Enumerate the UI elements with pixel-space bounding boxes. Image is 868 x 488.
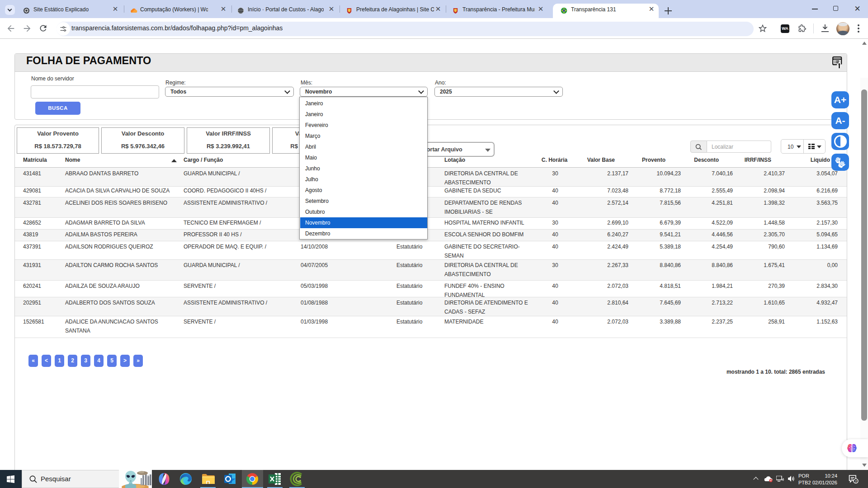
svg-text:7: 7 bbox=[855, 479, 857, 483]
